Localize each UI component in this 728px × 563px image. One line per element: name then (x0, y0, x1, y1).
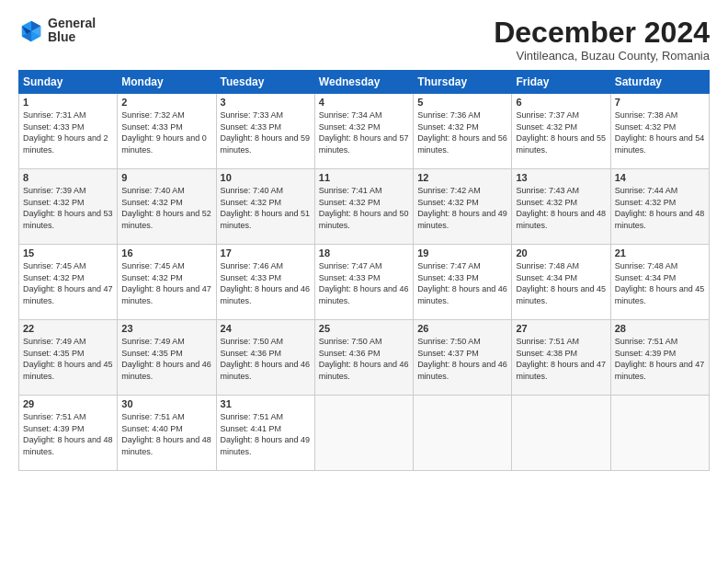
calendar-cell: 21Sunrise: 7:48 AMSunset: 4:34 PMDayligh… (610, 245, 709, 320)
week-row-1: 1Sunrise: 7:31 AMSunset: 4:33 PMDaylight… (19, 94, 710, 169)
day-info: Sunrise: 7:43 AMSunset: 4:32 PMDaylight:… (516, 185, 606, 231)
calendar-cell: 17Sunrise: 7:46 AMSunset: 4:33 PMDayligh… (216, 245, 314, 320)
day-number: 16 (121, 247, 211, 259)
day-info: Sunrise: 7:51 AMSunset: 4:41 PMDaylight:… (221, 411, 311, 457)
day-number: 9 (121, 172, 211, 183)
day-info: Sunrise: 7:36 AMSunset: 4:32 PMDaylight:… (417, 109, 507, 155)
logo-icon (18, 17, 44, 43)
calendar-cell: 30Sunrise: 7:51 AMSunset: 4:40 PMDayligh… (118, 396, 216, 471)
calendar-cell: 11Sunrise: 7:41 AMSunset: 4:32 PMDayligh… (314, 169, 413, 245)
calendar-cell: 24Sunrise: 7:50 AMSunset: 4:36 PMDayligh… (216, 320, 314, 396)
day-info: Sunrise: 7:42 AMSunset: 4:32 PMDaylight:… (417, 185, 507, 231)
day-number: 23 (121, 323, 211, 334)
day-number: 31 (221, 398, 311, 409)
month-title: December 2024 (494, 17, 710, 49)
day-info: Sunrise: 7:40 AMSunset: 4:32 PMDaylight:… (221, 185, 311, 231)
day-number: 27 (516, 323, 606, 334)
day-number: 10 (221, 172, 311, 183)
day-number: 26 (417, 323, 507, 334)
calendar-cell: 20Sunrise: 7:48 AMSunset: 4:34 PMDayligh… (512, 245, 610, 320)
day-number: 24 (221, 323, 311, 334)
day-info: Sunrise: 7:51 AMSunset: 4:39 PMDaylight:… (23, 411, 113, 457)
title-block: December 2024 Vintileanca, Buzau County,… (494, 17, 710, 63)
header: General Blue December 2024 Vintileanca, … (18, 17, 710, 63)
day-info: Sunrise: 7:50 AMSunset: 4:37 PMDaylight:… (417, 336, 507, 382)
calendar-cell: 1Sunrise: 7:31 AMSunset: 4:33 PMDaylight… (19, 94, 118, 169)
calendar-cell (512, 396, 610, 471)
weekday-header-saturday: Saturday (610, 71, 709, 94)
calendar-cell: 13Sunrise: 7:43 AMSunset: 4:32 PMDayligh… (512, 169, 610, 245)
day-number: 22 (23, 323, 113, 334)
day-number: 2 (121, 97, 211, 108)
calendar-cell: 6Sunrise: 7:37 AMSunset: 4:32 PMDaylight… (512, 94, 610, 169)
calendar-cell: 25Sunrise: 7:50 AMSunset: 4:36 PMDayligh… (314, 320, 413, 396)
day-number: 19 (417, 247, 507, 259)
day-info: Sunrise: 7:49 AMSunset: 4:35 PMDaylight:… (121, 336, 211, 382)
calendar-cell (414, 396, 512, 471)
day-number: 11 (319, 172, 409, 183)
weekday-header-thursday: Thursday (414, 71, 512, 94)
day-number: 8 (23, 172, 113, 183)
day-info: Sunrise: 7:46 AMSunset: 4:33 PMDaylight:… (221, 260, 311, 306)
calendar-cell: 12Sunrise: 7:42 AMSunset: 4:32 PMDayligh… (414, 169, 512, 245)
calendar-cell: 18Sunrise: 7:47 AMSunset: 4:33 PMDayligh… (314, 245, 413, 320)
day-number: 15 (23, 247, 113, 259)
day-info: Sunrise: 7:49 AMSunset: 4:35 PMDaylight:… (23, 336, 113, 382)
week-row-2: 8Sunrise: 7:39 AMSunset: 4:32 PMDaylight… (19, 169, 710, 245)
day-info: Sunrise: 7:40 AMSunset: 4:32 PMDaylight:… (121, 185, 211, 231)
calendar-table: SundayMondayTuesdayWednesdayThursdayFrid… (18, 70, 710, 471)
calendar-cell: 8Sunrise: 7:39 AMSunset: 4:32 PMDaylight… (19, 169, 118, 245)
day-number: 6 (516, 97, 606, 108)
weekday-header-tuesday: Tuesday (216, 71, 314, 94)
day-info: Sunrise: 7:34 AMSunset: 4:32 PMDaylight:… (319, 109, 409, 155)
day-info: Sunrise: 7:39 AMSunset: 4:32 PMDaylight:… (23, 185, 113, 231)
day-info: Sunrise: 7:44 AMSunset: 4:32 PMDaylight:… (615, 185, 705, 231)
calendar-cell: 7Sunrise: 7:38 AMSunset: 4:32 PMDaylight… (610, 94, 709, 169)
day-number: 17 (221, 247, 311, 259)
day-number: 21 (615, 247, 705, 259)
day-number: 1 (23, 97, 113, 108)
calendar-cell: 9Sunrise: 7:40 AMSunset: 4:32 PMDaylight… (118, 169, 216, 245)
day-number: 20 (516, 247, 606, 259)
day-number: 4 (319, 97, 409, 108)
weekday-header-wednesday: Wednesday (314, 71, 413, 94)
day-number: 12 (417, 172, 507, 183)
calendar-cell: 23Sunrise: 7:49 AMSunset: 4:35 PMDayligh… (118, 320, 216, 396)
location-subtitle: Vintileanca, Buzau County, Romania (494, 49, 710, 63)
day-info: Sunrise: 7:38 AMSunset: 4:32 PMDaylight:… (615, 109, 705, 155)
day-info: Sunrise: 7:47 AMSunset: 4:33 PMDaylight:… (319, 260, 409, 306)
weekday-header-friday: Friday (512, 71, 610, 94)
calendar-cell: 22Sunrise: 7:49 AMSunset: 4:35 PMDayligh… (19, 320, 118, 396)
calendar-cell: 26Sunrise: 7:50 AMSunset: 4:37 PMDayligh… (414, 320, 512, 396)
day-info: Sunrise: 7:48 AMSunset: 4:34 PMDaylight:… (615, 260, 705, 306)
day-number: 30 (121, 398, 211, 409)
day-info: Sunrise: 7:50 AMSunset: 4:36 PMDaylight:… (319, 336, 409, 382)
calendar-cell (314, 396, 413, 471)
week-row-3: 15Sunrise: 7:45 AMSunset: 4:32 PMDayligh… (19, 245, 710, 320)
calendar-cell: 5Sunrise: 7:36 AMSunset: 4:32 PMDaylight… (414, 94, 512, 169)
day-info: Sunrise: 7:41 AMSunset: 4:32 PMDaylight:… (319, 185, 409, 231)
calendar-cell: 28Sunrise: 7:51 AMSunset: 4:39 PMDayligh… (610, 320, 709, 396)
day-info: Sunrise: 7:51 AMSunset: 4:38 PMDaylight:… (516, 336, 606, 382)
day-info: Sunrise: 7:31 AMSunset: 4:33 PMDaylight:… (23, 109, 113, 155)
day-number: 13 (516, 172, 606, 183)
day-info: Sunrise: 7:50 AMSunset: 4:36 PMDaylight:… (221, 336, 311, 382)
calendar-cell: 2Sunrise: 7:32 AMSunset: 4:33 PMDaylight… (118, 94, 216, 169)
day-number: 28 (615, 323, 705, 334)
calendar-cell: 14Sunrise: 7:44 AMSunset: 4:32 PMDayligh… (610, 169, 709, 245)
day-info: Sunrise: 7:45 AMSunset: 4:32 PMDaylight:… (121, 260, 211, 306)
day-info: Sunrise: 7:32 AMSunset: 4:33 PMDaylight:… (121, 109, 211, 155)
day-info: Sunrise: 7:51 AMSunset: 4:40 PMDaylight:… (121, 411, 211, 457)
day-info: Sunrise: 7:45 AMSunset: 4:32 PMDaylight:… (23, 260, 113, 306)
logo: General Blue (18, 17, 96, 45)
calendar-cell: 16Sunrise: 7:45 AMSunset: 4:32 PMDayligh… (118, 245, 216, 320)
calendar-cell: 15Sunrise: 7:45 AMSunset: 4:32 PMDayligh… (19, 245, 118, 320)
weekday-header-monday: Monday (118, 71, 216, 94)
weekday-header-sunday: Sunday (19, 71, 118, 94)
logo-text: General Blue (48, 17, 96, 45)
day-number: 3 (221, 97, 311, 108)
day-number: 18 (319, 247, 409, 259)
calendar-cell: 31Sunrise: 7:51 AMSunset: 4:41 PMDayligh… (216, 396, 314, 471)
calendar-cell: 29Sunrise: 7:51 AMSunset: 4:39 PMDayligh… (19, 396, 118, 471)
day-info: Sunrise: 7:51 AMSunset: 4:39 PMDaylight:… (615, 336, 705, 382)
